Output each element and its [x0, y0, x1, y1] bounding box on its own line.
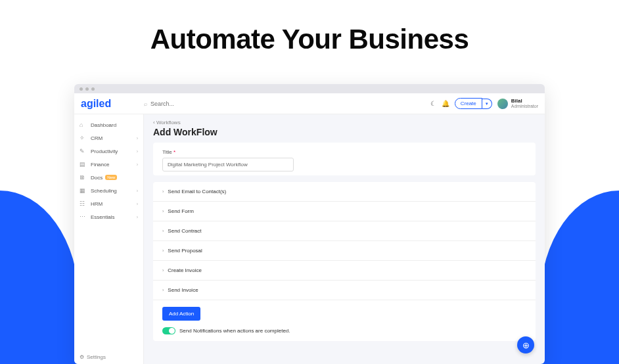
sidebar-item-hrm[interactable]: ☷ HRM › — [74, 197, 143, 210]
productivity-icon: ✎ — [80, 148, 87, 154]
action-row[interactable]: › Send Email to Contact(s) — [153, 182, 536, 202]
action-row[interactable]: › Send Proposal — [153, 241, 536, 261]
hero-title: Automate Your Business — [0, 24, 619, 55]
chevron-right-icon: › — [162, 268, 164, 273]
app-window: agiled ⌕ ☾ 🔔 Create ▾ Bilal Administrato… — [74, 84, 545, 364]
action-label: Send Contract — [168, 228, 201, 234]
app-header: agiled ⌕ ☾ 🔔 Create ▾ Bilal Administrato… — [74, 93, 545, 114]
action-row[interactable]: › Send Contract — [153, 221, 536, 241]
home-icon: ⌂ — [80, 122, 87, 128]
create-dropdown-caret[interactable]: ▾ — [482, 99, 492, 109]
sidebar-item-label: HRM — [91, 201, 103, 207]
chevron-right-icon: › — [137, 215, 138, 219]
search-input[interactable] — [150, 101, 229, 107]
user-role: Administrator — [511, 104, 538, 108]
chevron-right-icon: › — [137, 202, 138, 206]
search-wrap[interactable]: ⌕ — [144, 101, 430, 107]
workflow-title-input[interactable] — [162, 158, 294, 171]
window-dot — [91, 87, 95, 91]
new-badge: New — [105, 175, 117, 180]
user-name: Bilal — [511, 99, 538, 104]
user-menu[interactable]: Bilal Administrator — [497, 99, 538, 109]
action-label: Send Form — [168, 208, 194, 214]
lifebuoy-icon: ⊕ — [522, 340, 530, 350]
sidebar-item-docs[interactable]: 🗎 Docs New — [74, 171, 143, 184]
chevron-right-icon: › — [162, 229, 164, 233]
browser-chrome — [74, 84, 545, 93]
docs-icon: 🗎 — [80, 174, 87, 181]
notifications-icon[interactable]: 🔔 — [442, 100, 449, 107]
page-title: Add WorkFlow — [153, 127, 536, 137]
chevron-right-icon: › — [137, 149, 138, 154]
chevron-right-icon: › — [162, 288, 164, 292]
sidebar-item-productivity[interactable]: ✎ Productivity › — [74, 145, 143, 158]
window-dot — [85, 87, 89, 91]
create-button[interactable]: Create — [455, 98, 482, 109]
chevron-right-icon: › — [137, 136, 138, 141]
chevron-right-icon: › — [137, 189, 138, 193]
sidebar-item-scheduling[interactable]: ▦ Scheduling › — [74, 184, 143, 197]
chevron-right-icon: › — [162, 209, 164, 214]
dark-mode-icon[interactable]: ☾ — [430, 100, 436, 107]
actions-card: › Send Email to Contact(s) › Send Form ›… — [153, 182, 536, 341]
sidebar: ⌂ Dashboard ✧ CRM › ✎ Productivity › ▤ F… — [74, 114, 144, 364]
sidebar-item-label: Finance — [91, 162, 109, 168]
create-button-group: Create ▾ — [455, 98, 492, 109]
notify-toggle[interactable] — [162, 327, 175, 334]
sidebar-item-dashboard[interactable]: ⌂ Dashboard — [74, 118, 143, 131]
main-content: ‹ Workflows Add WorkFlow Title * › Send … — [144, 114, 545, 364]
essentials-icon: ⋯ — [80, 214, 87, 220]
sidebar-item-label: Productivity — [91, 148, 118, 154]
sidebar-item-essentials[interactable]: ⋯ Essentials › — [74, 210, 143, 223]
sidebar-item-label: Scheduling — [91, 188, 117, 194]
title-card: Title * — [153, 143, 536, 175]
sidebar-item-label: Docs — [91, 175, 103, 181]
chevron-right-icon: › — [137, 162, 138, 167]
action-row[interactable]: › Send Invoice — [153, 281, 536, 300]
action-label: Send Proposal — [168, 248, 202, 254]
action-label: Send Email to Contact(s) — [168, 189, 226, 194]
sidebar-item-crm[interactable]: ✧ CRM › — [74, 131, 143, 145]
breadcrumb[interactable]: ‹ Workflows — [153, 120, 536, 125]
sidebar-item-finance[interactable]: ▤ Finance › — [74, 158, 143, 171]
avatar — [497, 99, 508, 109]
window-dot — [80, 87, 83, 91]
action-label: Create Invoice — [168, 267, 202, 273]
help-fab[interactable]: ⊕ — [517, 336, 534, 353]
action-label: Send Invoice — [168, 287, 198, 293]
finance-icon: ▤ — [80, 161, 87, 168]
scheduling-icon: ▦ — [80, 187, 87, 194]
add-action-button[interactable]: Add Action — [162, 307, 200, 321]
notify-label: Send Notifications when actions are comp… — [179, 328, 290, 334]
sidebar-item-label: CRM — [91, 135, 103, 141]
sidebar-settings-label: Settings — [87, 354, 106, 360]
gear-icon: ⚙ — [80, 354, 84, 360]
decorative-bg-right — [540, 191, 619, 364]
title-label: Title * — [162, 149, 526, 155]
sidebar-settings[interactable]: ⚙ Settings — [80, 354, 106, 360]
sidebar-item-label: Essentials — [91, 214, 114, 220]
logo[interactable]: agiled — [81, 98, 144, 110]
crm-icon: ✧ — [80, 135, 87, 141]
chevron-right-icon: › — [162, 248, 164, 253]
chevron-right-icon: › — [162, 189, 164, 194]
action-row[interactable]: › Create Invoice — [153, 261, 536, 281]
decorative-bg-left — [0, 191, 79, 364]
search-icon: ⌕ — [144, 101, 147, 107]
action-row[interactable]: › Send Form — [153, 202, 536, 221]
notify-row: Send Notifications when actions are comp… — [153, 325, 536, 341]
hrm-icon: ☷ — [80, 200, 87, 207]
sidebar-item-label: Dashboard — [91, 122, 116, 128]
